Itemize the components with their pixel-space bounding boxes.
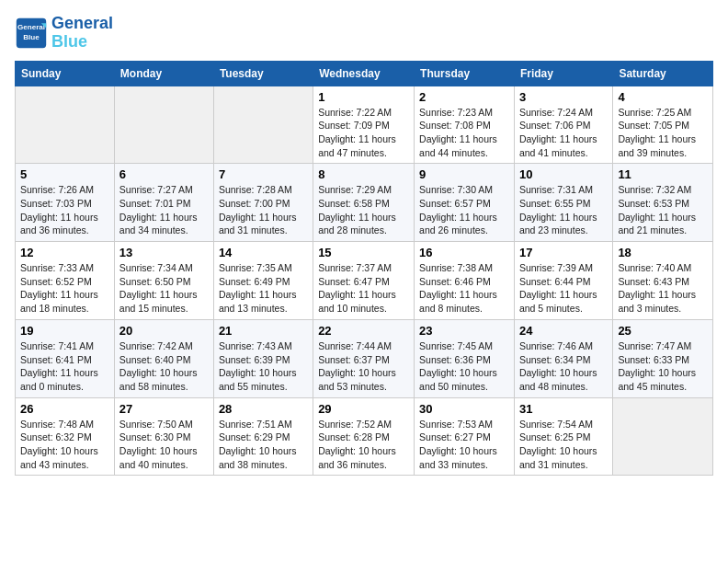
day-number: 4	[618, 90, 708, 104]
day-number: 28	[219, 402, 308, 416]
calendar-cell: 20Sunrise: 7:42 AMSunset: 6:40 PMDayligh…	[114, 319, 213, 397]
calendar-cell: 4Sunrise: 7:25 AMSunset: 7:05 PMDaylight…	[613, 86, 713, 164]
svg-text:General: General	[17, 23, 45, 31]
day-info: Sunrise: 7:24 AMSunset: 7:06 PMDaylight:…	[519, 106, 608, 160]
day-number: 24	[519, 324, 608, 338]
calendar-cell: 22Sunrise: 7:44 AMSunset: 6:37 PMDayligh…	[313, 319, 415, 397]
calendar-week-1: 1Sunrise: 7:22 AMSunset: 7:09 PMDaylight…	[16, 86, 713, 164]
calendar-cell: 23Sunrise: 7:45 AMSunset: 6:36 PMDayligh…	[415, 319, 515, 397]
calendar-cell: 10Sunrise: 7:31 AMSunset: 6:55 PMDayligh…	[514, 164, 612, 242]
calendar-cell: 8Sunrise: 7:29 AMSunset: 6:58 PMDaylight…	[313, 164, 415, 242]
calendar-cell: 6Sunrise: 7:27 AMSunset: 7:01 PMDaylight…	[114, 164, 213, 242]
calendar-cell: 24Sunrise: 7:46 AMSunset: 6:34 PMDayligh…	[514, 319, 612, 397]
day-info: Sunrise: 7:28 AMSunset: 7:00 PMDaylight:…	[219, 183, 308, 237]
calendar-cell	[213, 86, 313, 164]
calendar-cell: 31Sunrise: 7:54 AMSunset: 6:25 PMDayligh…	[514, 397, 612, 476]
calendar-cell: 29Sunrise: 7:52 AMSunset: 6:28 PMDayligh…	[313, 397, 415, 476]
day-number: 29	[318, 402, 409, 416]
calendar-cell: 9Sunrise: 7:30 AMSunset: 6:57 PMDaylight…	[415, 164, 515, 242]
day-info: Sunrise: 7:22 AMSunset: 7:09 PMDaylight:…	[318, 106, 409, 160]
day-number: 1	[318, 90, 409, 104]
day-number: 23	[419, 324, 509, 338]
day-number: 6	[119, 167, 209, 181]
day-info: Sunrise: 7:43 AMSunset: 6:39 PMDaylight:…	[219, 339, 308, 394]
calendar-cell	[613, 397, 713, 476]
day-number: 12	[20, 246, 109, 259]
calendar-cell: 27Sunrise: 7:50 AMSunset: 6:30 PMDayligh…	[114, 397, 213, 476]
day-number: 26	[20, 402, 109, 416]
svg-text:Blue: Blue	[23, 33, 40, 41]
calendar-cell: 3Sunrise: 7:24 AMSunset: 7:06 PMDaylight…	[514, 86, 612, 164]
day-info: Sunrise: 7:41 AMSunset: 6:41 PMDaylight:…	[20, 339, 109, 394]
calendar-cell	[16, 86, 115, 164]
day-info: Sunrise: 7:54 AMSunset: 6:25 PMDaylight:…	[519, 418, 608, 472]
day-number: 31	[519, 402, 608, 416]
day-info: Sunrise: 7:29 AMSunset: 6:58 PMDaylight:…	[318, 183, 409, 237]
day-info: Sunrise: 7:48 AMSunset: 6:32 PMDaylight:…	[20, 418, 109, 472]
calendar-week-5: 26Sunrise: 7:48 AMSunset: 6:32 PMDayligh…	[16, 397, 713, 476]
day-number: 17	[519, 246, 608, 259]
calendar-header-row: SundayMondayTuesdayWednesdayThursdayFrid…	[16, 61, 713, 86]
header-thursday: Thursday	[415, 61, 515, 86]
calendar-cell	[114, 86, 213, 164]
header-saturday: Saturday	[613, 61, 713, 86]
day-info: Sunrise: 7:46 AMSunset: 6:34 PMDaylight:…	[519, 339, 608, 394]
calendar-cell: 19Sunrise: 7:41 AMSunset: 6:41 PMDayligh…	[16, 319, 115, 397]
day-info: Sunrise: 7:40 AMSunset: 6:43 PMDaylight:…	[618, 261, 708, 316]
calendar-cell: 21Sunrise: 7:43 AMSunset: 6:39 PMDayligh…	[213, 319, 313, 397]
calendar-cell: 2Sunrise: 7:23 AMSunset: 7:08 PMDaylight…	[415, 86, 515, 164]
logo-icon: General Blue	[15, 17, 48, 50]
day-info: Sunrise: 7:31 AMSunset: 6:55 PMDaylight:…	[519, 183, 608, 237]
header-wednesday: Wednesday	[313, 61, 415, 86]
day-number: 16	[419, 246, 509, 259]
day-info: Sunrise: 7:52 AMSunset: 6:28 PMDaylight:…	[318, 418, 409, 472]
day-info: Sunrise: 7:26 AMSunset: 7:03 PMDaylight:…	[20, 183, 109, 237]
calendar-cell: 12Sunrise: 7:33 AMSunset: 6:52 PMDayligh…	[16, 242, 115, 320]
day-info: Sunrise: 7:27 AMSunset: 7:01 PMDaylight:…	[119, 183, 209, 237]
day-number: 22	[318, 324, 409, 338]
day-number: 11	[618, 167, 708, 181]
day-number: 30	[419, 402, 509, 416]
day-number: 14	[219, 246, 308, 259]
day-number: 5	[20, 167, 109, 181]
day-info: Sunrise: 7:45 AMSunset: 6:36 PMDaylight:…	[419, 339, 509, 394]
page-header: General Blue General Blue	[15, 15, 713, 52]
day-info: Sunrise: 7:47 AMSunset: 6:33 PMDaylight:…	[618, 339, 708, 394]
day-info: Sunrise: 7:32 AMSunset: 6:53 PMDaylight:…	[618, 183, 708, 237]
day-number: 9	[419, 167, 509, 181]
calendar-cell: 15Sunrise: 7:37 AMSunset: 6:47 PMDayligh…	[313, 242, 415, 320]
day-number: 25	[618, 324, 708, 338]
day-number: 10	[519, 167, 608, 181]
day-number: 21	[219, 324, 308, 338]
calendar-cell: 14Sunrise: 7:35 AMSunset: 6:49 PMDayligh…	[213, 242, 313, 320]
day-info: Sunrise: 7:30 AMSunset: 6:57 PMDaylight:…	[419, 183, 509, 237]
calendar-week-3: 12Sunrise: 7:33 AMSunset: 6:52 PMDayligh…	[16, 242, 713, 320]
calendar-cell: 25Sunrise: 7:47 AMSunset: 6:33 PMDayligh…	[613, 319, 713, 397]
day-number: 20	[119, 324, 209, 338]
calendar-cell: 26Sunrise: 7:48 AMSunset: 6:32 PMDayligh…	[16, 397, 115, 476]
calendar-table: SundayMondayTuesdayWednesdayThursdayFrid…	[15, 61, 713, 477]
day-number: 27	[119, 402, 209, 416]
header-sunday: Sunday	[16, 61, 115, 86]
day-number: 13	[119, 246, 209, 259]
calendar-cell: 13Sunrise: 7:34 AMSunset: 6:50 PMDayligh…	[114, 242, 213, 320]
day-info: Sunrise: 7:38 AMSunset: 6:46 PMDaylight:…	[419, 261, 509, 316]
calendar-cell: 17Sunrise: 7:39 AMSunset: 6:44 PMDayligh…	[514, 242, 612, 320]
day-number: 8	[318, 167, 409, 181]
day-info: Sunrise: 7:25 AMSunset: 7:05 PMDaylight:…	[618, 106, 708, 160]
day-number: 7	[219, 167, 308, 181]
day-info: Sunrise: 7:34 AMSunset: 6:50 PMDaylight:…	[119, 261, 209, 316]
logo-text: General Blue	[51, 15, 113, 52]
calendar-cell: 28Sunrise: 7:51 AMSunset: 6:29 PMDayligh…	[213, 397, 313, 476]
calendar-week-2: 5Sunrise: 7:26 AMSunset: 7:03 PMDaylight…	[16, 164, 713, 242]
day-number: 3	[519, 90, 608, 104]
day-info: Sunrise: 7:42 AMSunset: 6:40 PMDaylight:…	[119, 339, 209, 394]
calendar-cell: 1Sunrise: 7:22 AMSunset: 7:09 PMDaylight…	[313, 86, 415, 164]
day-info: Sunrise: 7:23 AMSunset: 7:08 PMDaylight:…	[419, 106, 509, 160]
header-friday: Friday	[514, 61, 612, 86]
header-monday: Monday	[114, 61, 213, 86]
day-number: 18	[618, 246, 708, 259]
calendar-week-4: 19Sunrise: 7:41 AMSunset: 6:41 PMDayligh…	[16, 319, 713, 397]
header-tuesday: Tuesday	[213, 61, 313, 86]
day-info: Sunrise: 7:37 AMSunset: 6:47 PMDaylight:…	[318, 261, 409, 316]
